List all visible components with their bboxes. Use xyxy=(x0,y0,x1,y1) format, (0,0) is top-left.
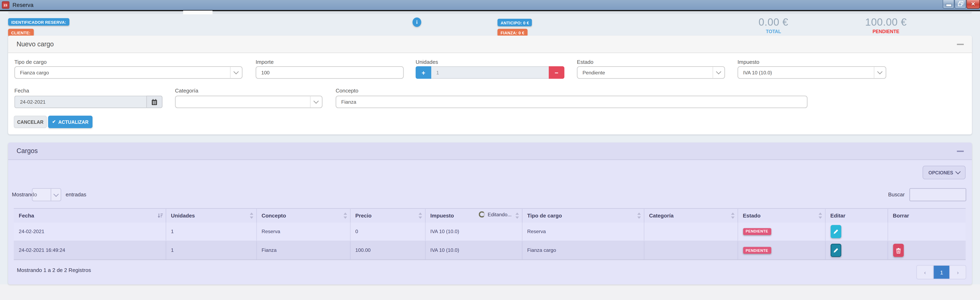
cell-estado: PENDIENTE xyxy=(738,241,825,260)
col-estado[interactable]: Estado xyxy=(738,208,825,222)
tipo-de-cargo-select[interactable]: Fianza cargo xyxy=(14,66,242,79)
cell-impuesto: IVA 10 (10.0) xyxy=(425,222,522,241)
cell-impuesto: IVA 10 (10.0) xyxy=(425,241,522,260)
chevron-down-icon xyxy=(874,67,886,78)
chevron-down-icon xyxy=(713,67,724,78)
page-next-button[interactable]: › xyxy=(949,266,966,279)
trash-icon xyxy=(895,247,901,254)
cargos-header: Cargos xyxy=(8,143,972,160)
page-1-button[interactable]: 1 xyxy=(933,266,949,279)
sort-icon xyxy=(636,213,641,219)
chevron-down-icon xyxy=(310,96,322,108)
table-header-row: Fecha Unidades Concepto xyxy=(14,208,966,222)
chevron-down-icon xyxy=(230,67,242,78)
page-prev-button[interactable]: ‹ xyxy=(917,266,933,279)
categoria-label: Categoría xyxy=(175,87,198,94)
sort-icon xyxy=(343,213,347,219)
categoria-select[interactable] xyxy=(175,96,323,108)
cell-borrar xyxy=(888,241,966,260)
opciones-button[interactable]: OPCIONES xyxy=(923,166,966,179)
chevron-down-icon xyxy=(956,169,961,174)
edit-button-active[interactable] xyxy=(830,244,841,257)
minimize-icon xyxy=(945,4,951,6)
chevron-right-icon: › xyxy=(957,269,959,275)
window-minimize-button[interactable] xyxy=(943,0,955,8)
buscar-input[interactable] xyxy=(910,188,966,202)
concepto-input[interactable] xyxy=(336,96,807,108)
bottom-band xyxy=(0,284,980,300)
top-scroll-thumb[interactable] xyxy=(183,10,213,14)
cell-unidades: 1 xyxy=(165,241,256,260)
window-titlebar: 23 Reserva ✕ xyxy=(0,0,980,11)
unidades-stepper: + 1 − xyxy=(415,66,565,79)
estado-select[interactable]: Pendiente xyxy=(577,66,725,79)
window-restore-button[interactable] xyxy=(955,0,966,8)
sort-active-icon xyxy=(157,213,163,219)
spinner-icon xyxy=(479,211,485,217)
cancelar-button[interactable]: CANCELAR xyxy=(14,116,47,128)
concepto-label: Concepto xyxy=(336,87,358,94)
reserva-id-badge: IDENTIFICADOR RESERVA: xyxy=(8,14,69,26)
importe-label: Importe xyxy=(256,59,274,65)
calendar-icon xyxy=(151,98,158,105)
table-row[interactable]: 24-02-2021 16:49:24 1 Fianza 100.00 IVA … xyxy=(14,241,966,260)
close-icon: ✕ xyxy=(971,1,975,7)
impuesto-label: Impuesto xyxy=(738,59,759,65)
table-footer-info: Mostrando 1 a 2 de 2 Registros xyxy=(17,267,91,273)
collapse-minus-icon[interactable] xyxy=(957,44,964,45)
cargos-table: Fecha Unidades Concepto xyxy=(14,208,966,260)
col-unidades[interactable]: Unidades xyxy=(165,208,256,222)
page-content: IDENTIFICADOR RESERVA: CLIENTE: i ANTICI… xyxy=(0,11,980,300)
col-fecha[interactable]: Fecha xyxy=(14,208,165,222)
minus-button[interactable]: − xyxy=(549,66,565,79)
cell-concepto: Fianza xyxy=(256,241,350,260)
pendiente-label: PENDIENTE xyxy=(856,29,916,34)
delete-button[interactable] xyxy=(893,244,904,257)
importe-input[interactable] xyxy=(256,66,404,79)
pendiente-block: 100.00 € PENDIENTE xyxy=(856,16,916,34)
status-badge: PENDIENTE xyxy=(743,247,771,254)
sort-icon xyxy=(249,213,254,219)
impuesto-select[interactable]: IVA 10 (10.0) xyxy=(738,66,886,79)
col-tipo-de-cargo[interactable]: Tipo de cargo xyxy=(522,208,644,222)
unidades-input[interactable]: 1 xyxy=(431,66,549,79)
sort-icon xyxy=(818,213,822,219)
edit-button[interactable] xyxy=(830,225,841,238)
fianza-badge: FIANZA: 0 € xyxy=(498,25,527,37)
cell-precio: 100.00 xyxy=(350,241,425,260)
nuevo-cargo-header: Nuevo cargo xyxy=(8,36,972,53)
page-length-select[interactable] xyxy=(32,188,61,202)
cargos-panel: Cargos OPCIONES Mostrando entradas Busca… xyxy=(8,143,972,284)
actualizar-button[interactable]: ✔ ACTUALIZAR xyxy=(48,116,92,128)
sort-icon xyxy=(418,213,422,219)
cell-unidades: 1 xyxy=(165,222,256,241)
cell-fecha: 24-02-2021 xyxy=(14,222,165,241)
collapse-minus-icon[interactable] xyxy=(957,151,964,152)
cell-categoria xyxy=(644,222,738,241)
processing-indicator: Editando... xyxy=(479,211,512,217)
check-icon: ✔ xyxy=(52,119,56,124)
col-concepto[interactable]: Concepto xyxy=(256,208,350,222)
cell-borrar xyxy=(888,222,966,241)
col-borrar: Borrar xyxy=(888,208,966,222)
plus-button[interactable]: + xyxy=(415,66,431,79)
window-close-button[interactable]: ✕ xyxy=(966,0,980,8)
cell-concepto: Reserva xyxy=(256,222,350,241)
entradas-label: entradas xyxy=(66,191,86,198)
fecha-group: 24-02-2021 xyxy=(14,96,162,108)
total-block: 0.00 € TOTAL xyxy=(747,16,800,34)
col-precio[interactable]: Precio xyxy=(350,208,425,222)
fecha-input[interactable]: 24-02-2021 xyxy=(14,96,146,108)
window-title: Reserva xyxy=(13,2,33,8)
sort-icon xyxy=(515,213,519,219)
cell-editar xyxy=(825,241,888,260)
col-impuesto[interactable]: Impuesto Editando... xyxy=(425,208,522,222)
pendiente-value: 100.00 € xyxy=(856,16,916,28)
tipo-de-cargo-label: Tipo de cargo xyxy=(14,59,47,65)
info-icon[interactable]: i xyxy=(412,17,421,27)
status-badge: PENDIENTE xyxy=(743,228,771,235)
table-row[interactable]: 24-02-2021 1 Reserva 0 IVA 10 (10.0) Res… xyxy=(14,222,966,241)
calendar-button[interactable] xyxy=(146,96,162,108)
col-categoria[interactable]: Categoría xyxy=(644,208,738,222)
top-scroll-strip[interactable] xyxy=(8,11,972,13)
